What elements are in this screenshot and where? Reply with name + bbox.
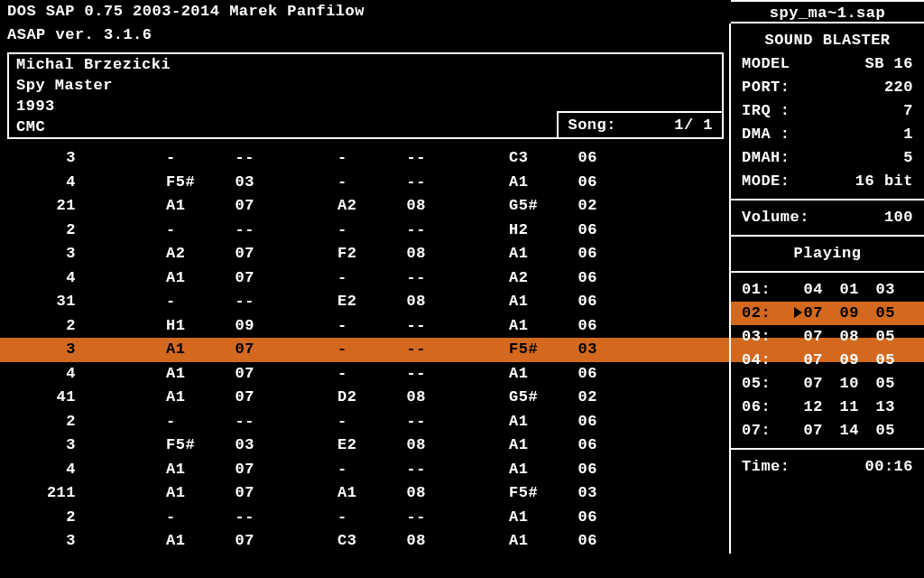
pattern-row: 4F5#03---A106 xyxy=(0,171,729,195)
hw-irq-value: 7 xyxy=(903,99,913,123)
volume-block: Volume:100 xyxy=(731,200,924,237)
hw-port-label: PORT: xyxy=(742,76,790,99)
hw-dma-label: DMA : xyxy=(742,123,790,146)
track-author: Michal Brzezicki xyxy=(9,54,722,75)
hw-dma-value: 1 xyxy=(903,123,913,146)
hw-mode-value: 16 bit xyxy=(855,170,913,193)
pattern-row: 2------A106 xyxy=(0,410,729,434)
time-label: Time: xyxy=(742,455,790,479)
play-indicator-icon xyxy=(794,307,802,318)
hardware-block: SOUND BLASTER MODELSB 16 PORT:220 IRQ :7… xyxy=(731,23,924,200)
channel-row: 05:071005 xyxy=(742,372,913,396)
hw-model-label: MODEL xyxy=(742,52,790,76)
time-block: Time:00:16 xyxy=(731,450,924,484)
pattern-table: 3------C3064F5#03---A10621A107A208G5#022… xyxy=(0,146,729,554)
volume-label: Volume: xyxy=(742,206,809,229)
pattern-row: 4A107---A106 xyxy=(0,458,729,482)
hw-irq-label: IRQ : xyxy=(742,99,790,123)
pattern-row: 3F5#03E208A106 xyxy=(0,434,729,458)
hw-mode-label: MODE: xyxy=(742,170,790,193)
time-value: 00:16 xyxy=(864,455,913,479)
channel-row: 03:070805 xyxy=(742,325,913,349)
pattern-row: 2------A106 xyxy=(0,506,729,530)
volume-value: 100 xyxy=(884,206,913,229)
song-counter-box: Song: 1/ 1 xyxy=(557,111,724,139)
channel-row: 07:071405 xyxy=(742,419,913,443)
pattern-row: 41A107D208G5#02 xyxy=(0,386,729,410)
pattern-row: 3A107C308A106 xyxy=(0,529,729,554)
channels-block: 01:04010302:07090503:07080504:07090505:0… xyxy=(731,273,924,450)
pattern-row: 3A207F208A106 xyxy=(0,242,729,266)
channel-row: 01:040103 xyxy=(742,278,913,302)
channel-row: 02:070905 xyxy=(731,302,924,325)
pattern-row: 21A107A208G5#02 xyxy=(0,194,729,219)
hw-dmah-label: DMAH: xyxy=(742,146,790,170)
play-status: Playing xyxy=(742,242,913,266)
right-column: spy_ma~1.sap SOUND BLASTER MODELSB 16 PO… xyxy=(729,23,924,554)
hw-model-value: SB 16 xyxy=(864,52,913,76)
pattern-row: 4A107---A206 xyxy=(0,266,729,291)
hw-port-value: 220 xyxy=(884,76,913,99)
song-label: Song: xyxy=(568,117,616,134)
channel-row: 06:121113 xyxy=(742,396,913,419)
pattern-row: 2------H206 xyxy=(0,219,729,243)
pattern-row: 211A107A108F5#03 xyxy=(0,481,729,506)
track-title: Spy Master xyxy=(9,75,722,96)
status-block: Playing xyxy=(731,237,924,273)
hw-dmah-value: 5 xyxy=(903,146,913,170)
track-info-box: Michal Brzezicki Spy Master 1993 CMC Son… xyxy=(7,52,724,139)
pattern-row: 2H109---A106 xyxy=(0,314,729,339)
pattern-row: 4A107---A106 xyxy=(0,362,729,387)
pattern-row: 31---E208A106 xyxy=(0,290,729,314)
pattern-row: 3------C306 xyxy=(0,146,729,171)
hw-title: SOUND BLASTER xyxy=(742,29,913,52)
song-value: 1/ 1 xyxy=(674,117,713,134)
channel-row: 04:070905 xyxy=(742,349,913,372)
app-title-line2: ASAP ver. 3.1.6 xyxy=(0,23,729,47)
filename-box: spy_ma~1.sap xyxy=(731,0,924,23)
left-column: ASAP ver. 3.1.6 Michal Brzezicki Spy Mas… xyxy=(0,23,729,554)
